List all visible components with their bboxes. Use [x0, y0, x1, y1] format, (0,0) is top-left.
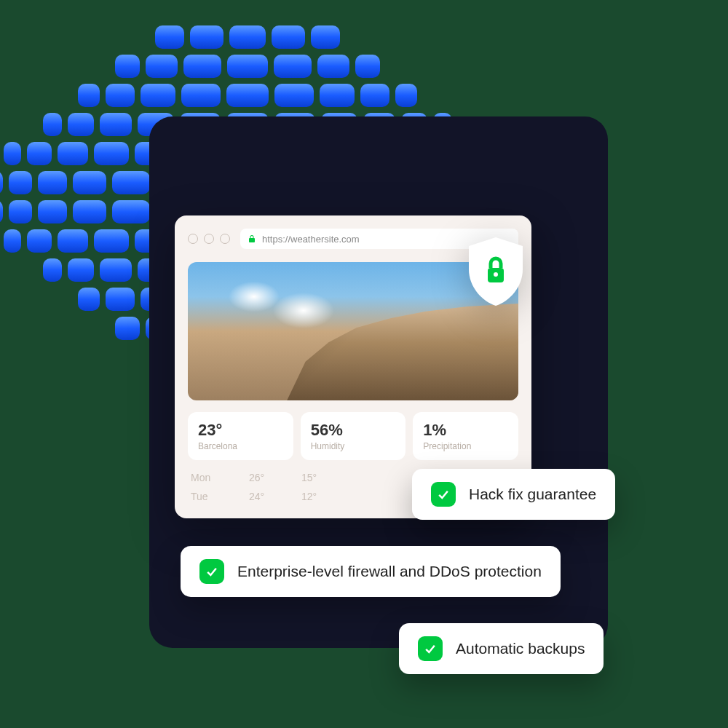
building-shape	[287, 304, 518, 400]
forecast-day: Tue	[191, 491, 223, 502]
stat-card-precipitation: 1% Precipitation	[413, 412, 518, 460]
forecast-low: 15°	[301, 472, 328, 483]
feature-text: Enterprise-level firewall and DDoS prote…	[237, 563, 542, 580]
window-control-dot	[188, 234, 198, 244]
window-control-dot	[220, 234, 230, 244]
forecast-high: 26°	[249, 472, 275, 483]
check-icon	[431, 482, 456, 507]
svg-point-1	[494, 272, 498, 277]
check-icon	[418, 636, 443, 661]
feature-pill-hack-fix: Hack fix guarantee	[412, 469, 615, 520]
url-text: https://weathersite.com	[262, 234, 360, 245]
precipitation-label: Precipitation	[423, 441, 508, 451]
check-icon	[199, 559, 224, 584]
feature-pill-firewall: Enterprise-level firewall and DDoS prote…	[181, 546, 561, 597]
lock-icon	[248, 234, 256, 243]
security-shield-badge	[463, 236, 529, 307]
window-control-dot	[204, 234, 214, 244]
humidity-value: 56%	[311, 421, 396, 440]
stat-card-temperature: 23° Barcelona	[188, 412, 293, 460]
feature-text: Hack fix guarantee	[469, 486, 596, 503]
humidity-label: Humidity	[311, 441, 396, 451]
window-controls	[188, 234, 230, 244]
precipitation-value: 1%	[423, 421, 508, 440]
forecast-day: Mon	[191, 472, 223, 483]
temperature-label: Barcelona	[198, 441, 283, 451]
forecast-low: 12°	[301, 491, 328, 502]
temperature-value: 23°	[198, 421, 283, 440]
feature-text: Automatic backups	[456, 640, 585, 657]
weather-stats: 23° Barcelona 56% Humidity 1% Precipitat…	[188, 412, 518, 460]
feature-pill-backups: Automatic backups	[399, 623, 604, 674]
stat-card-humidity: 56% Humidity	[301, 412, 406, 460]
forecast-high: 24°	[249, 491, 275, 502]
